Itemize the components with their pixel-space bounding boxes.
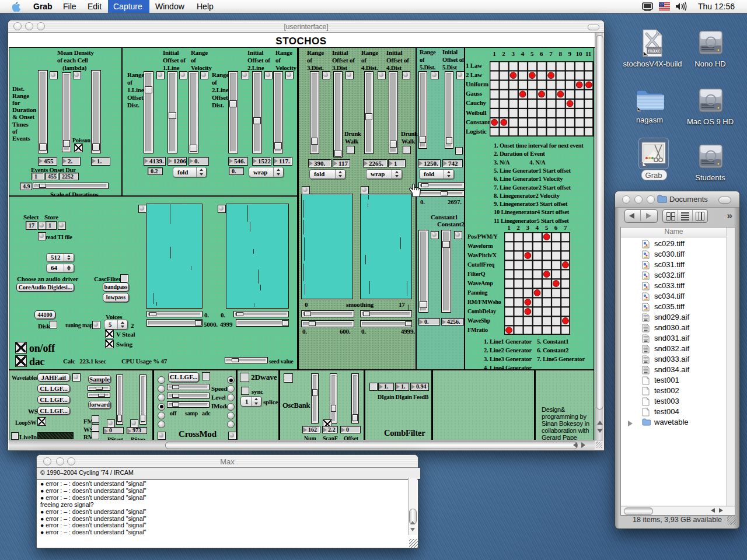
svg-text:maxc: maxc	[648, 48, 661, 54]
